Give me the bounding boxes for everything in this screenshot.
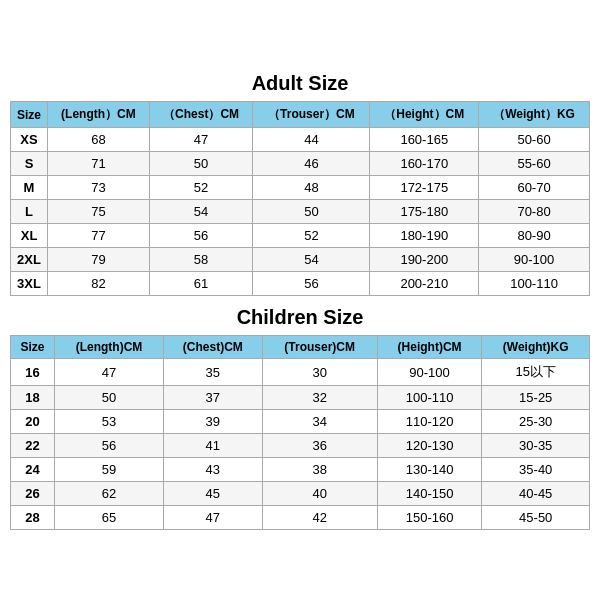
children-header-row: Size(Length)CM(Chest)CM(Trouser)CM(Heigh… [11,336,590,359]
children-table-row: 22564136120-13030-35 [11,434,590,458]
adult-header-cell: （Height）CM [370,102,479,128]
children-table-cell: 40 [262,482,377,506]
adult-header-cell: (Length）CM [48,102,150,128]
adult-table-cell: 52 [149,176,253,200]
adult-header-cell: （Chest）CM [149,102,253,128]
adult-table-cell: XS [11,128,48,152]
children-table-cell: 30-35 [482,434,590,458]
adult-table-cell: 54 [253,248,370,272]
adult-table-cell: 160-165 [370,128,479,152]
adult-table-header: Size(Length）CM（Chest）CM（Trouser）CM（Heigh… [11,102,590,128]
children-table-cell: 90-100 [377,359,482,386]
adult-table-cell: 47 [149,128,253,152]
adult-header-cell: （Weight）KG [479,102,590,128]
children-header-cell: (Weight)KG [482,336,590,359]
children-table-row: 18503732100-11015-25 [11,386,590,410]
adult-table-cell: L [11,200,48,224]
children-table-cell: 35 [163,359,262,386]
children-table-cell: 41 [163,434,262,458]
children-table-cell: 53 [55,410,164,434]
adult-table-cell: 82 [48,272,150,296]
children-table-cell: 120-130 [377,434,482,458]
children-table-row: 24594338130-14035-40 [11,458,590,482]
adult-table-cell: 190-200 [370,248,479,272]
children-table-cell: 35-40 [482,458,590,482]
children-table-cell: 34 [262,410,377,434]
children-table-cell: 32 [262,386,377,410]
children-table-cell: 150-160 [377,506,482,530]
adult-table-row: 2XL795854190-20090-100 [11,248,590,272]
children-table-cell: 65 [55,506,164,530]
adult-table-cell: 71 [48,152,150,176]
children-table-cell: 22 [11,434,55,458]
children-table-cell: 40-45 [482,482,590,506]
adult-table-row: M735248172-17560-70 [11,176,590,200]
children-table-cell: 18 [11,386,55,410]
adult-table-cell: 52 [253,224,370,248]
adult-table-cell: 77 [48,224,150,248]
children-table-cell: 36 [262,434,377,458]
children-table-cell: 47 [163,506,262,530]
children-table-cell: 100-110 [377,386,482,410]
adult-table-cell: 46 [253,152,370,176]
children-table-cell: 130-140 [377,458,482,482]
children-table-cell: 140-150 [377,482,482,506]
adult-table-cell: 55-60 [479,152,590,176]
adult-table-cell: XL [11,224,48,248]
adult-table-body: XS684744160-16550-60S715046160-17055-60M… [11,128,590,296]
adult-table-cell: 44 [253,128,370,152]
children-table-cell: 42 [262,506,377,530]
children-section-title: Children Size [10,300,590,335]
adult-section-title: Adult Size [10,66,590,101]
children-table-cell: 45-50 [482,506,590,530]
children-table-cell: 62 [55,482,164,506]
adult-table-cell: 79 [48,248,150,272]
children-table-cell: 28 [11,506,55,530]
adult-table-cell: 80-90 [479,224,590,248]
adult-table-row: 3XL826156200-210100-110 [11,272,590,296]
adult-table-cell: 75 [48,200,150,224]
adult-table-cell: 68 [48,128,150,152]
children-header-cell: Size [11,336,55,359]
adult-header-cell: （Trouser）CM [253,102,370,128]
children-table-row: 28654742150-16045-50 [11,506,590,530]
adult-table-cell: 50 [149,152,253,176]
adult-table-cell: 100-110 [479,272,590,296]
children-table-cell: 37 [163,386,262,410]
children-table-cell: 25-30 [482,410,590,434]
children-table-cell: 38 [262,458,377,482]
adult-table-cell: 48 [253,176,370,200]
children-table-cell: 15-25 [482,386,590,410]
adult-table-cell: 58 [149,248,253,272]
adult-table-cell: 90-100 [479,248,590,272]
adult-table-cell: 175-180 [370,200,479,224]
adult-table-row: XL775652180-19080-90 [11,224,590,248]
children-table-cell: 50 [55,386,164,410]
children-table-header: Size(Length)CM(Chest)CM(Trouser)CM(Heigh… [11,336,590,359]
children-table-body: 1647353090-10015以下18503732100-11015-2520… [11,359,590,530]
adult-table-cell: 60-70 [479,176,590,200]
children-table-cell: 59 [55,458,164,482]
adult-table-cell: 3XL [11,272,48,296]
children-header-cell: (Length)CM [55,336,164,359]
adult-table-cell: 56 [149,224,253,248]
adult-table-cell: 160-170 [370,152,479,176]
adult-size-table: Size(Length）CM（Chest）CM（Trouser）CM（Heigh… [10,101,590,296]
children-table-cell: 15以下 [482,359,590,386]
adult-table-cell: 54 [149,200,253,224]
children-table-cell: 39 [163,410,262,434]
adult-header-row: Size(Length）CM（Chest）CM（Trouser）CM（Heigh… [11,102,590,128]
children-header-cell: (Trouser)CM [262,336,377,359]
children-table-cell: 110-120 [377,410,482,434]
children-table-cell: 20 [11,410,55,434]
children-table-cell: 16 [11,359,55,386]
adult-table-cell: 50 [253,200,370,224]
children-table-cell: 30 [262,359,377,386]
children-table-row: 26624540140-15040-45 [11,482,590,506]
adult-table-row: XS684744160-16550-60 [11,128,590,152]
children-table-row: 20533934110-12025-30 [11,410,590,434]
adult-table-row: L755450175-18070-80 [11,200,590,224]
children-table-cell: 47 [55,359,164,386]
children-table-cell: 56 [55,434,164,458]
adult-table-cell: M [11,176,48,200]
